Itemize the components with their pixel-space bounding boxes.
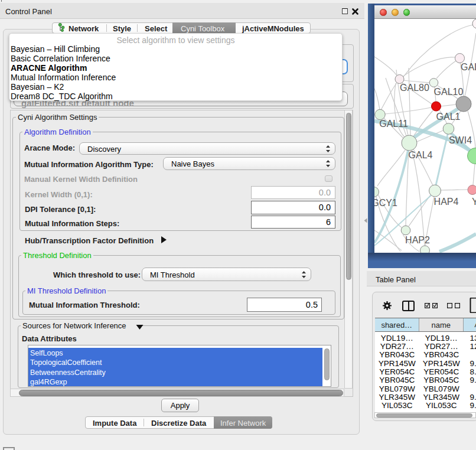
svg-text:GAL10: GAL10 [434,87,464,97]
svg-text:GAL11: GAL11 [379,119,408,129]
svg-text:HAP4: HAP4 [434,197,459,207]
svg-text:HAP2: HAP2 [405,235,430,245]
svg-text:GCY1: GCY1 [374,198,397,208]
svg-text:GAL80: GAL80 [400,83,429,93]
svg-text:GAL1: GAL1 [436,112,461,122]
svg-text:YJL: YJL [472,197,476,207]
svg-text:GAL7: GAL7 [461,62,476,72]
svg-text:SWI4: SWI4 [449,135,472,145]
svg-text:GAL4: GAL4 [409,150,433,160]
